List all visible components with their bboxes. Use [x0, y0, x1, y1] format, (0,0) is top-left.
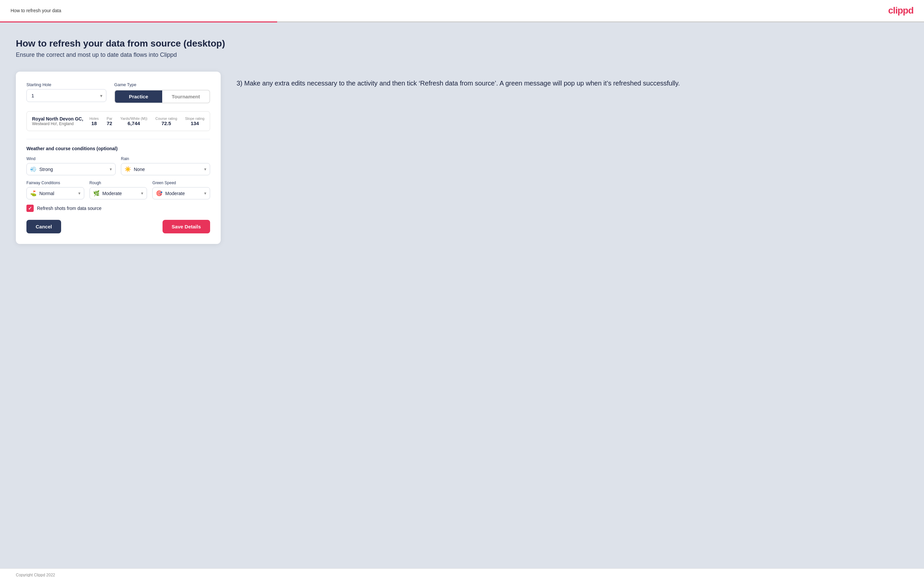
page-subheading: Ensure the correct and most up to date d…	[16, 52, 908, 58]
fairway-row: Fairway Conditions ⛳ Normal ▾ Rough 🌿 Mo…	[26, 181, 210, 199]
course-info-row: Royal North Devon GC, Westward Ho!, Engl…	[26, 111, 210, 131]
section-divider	[26, 139, 210, 139]
course-rating-label: Course rating	[155, 116, 177, 121]
rain-arrow-icon: ▾	[204, 167, 207, 172]
wind-group: Wind 💨 Strong ▾	[26, 156, 116, 175]
par-stat: Par 72	[107, 116, 112, 126]
slope-rating-value: 134	[185, 121, 205, 126]
par-label: Par	[107, 116, 112, 121]
fairway-icon: ⛳	[30, 190, 37, 197]
refresh-label: Refresh shots from data source	[37, 206, 102, 211]
save-button[interactable]: Save Details	[163, 220, 210, 234]
fairway-arrow-icon: ▾	[78, 191, 81, 196]
rain-label: Rain	[121, 156, 210, 161]
rough-group: Rough 🌿 Moderate ▾	[89, 181, 147, 199]
rough-select[interactable]: 🌿 Moderate ▾	[89, 187, 147, 199]
green-speed-arrow-icon: ▾	[204, 191, 207, 196]
green-speed-select[interactable]: 🎯 Moderate ▾	[152, 187, 210, 199]
refresh-checkbox[interactable]: ✓	[26, 205, 34, 212]
starting-hole-label: Starting Hole	[26, 82, 107, 87]
holes-value: 18	[89, 121, 99, 126]
cancel-button[interactable]: Cancel	[26, 220, 61, 234]
checkmark-icon: ✓	[28, 206, 32, 211]
rain-value: None	[134, 167, 198, 172]
rough-arrow-icon: ▾	[141, 191, 144, 196]
copyright-text: Copyright Clippd 2022	[16, 573, 55, 577]
rough-label: Rough	[89, 181, 147, 185]
tournament-button[interactable]: Tournament	[162, 90, 210, 103]
rain-group: Rain ☀️ None ▾	[121, 156, 210, 175]
green-speed-group: Green Speed 🎯 Moderate ▾	[152, 181, 210, 199]
course-location: Westward Ho!, England	[32, 121, 84, 126]
rough-value: Moderate	[102, 191, 135, 196]
game-type-toggle: Practice Tournament	[114, 90, 210, 103]
side-note-text: 3) Make any extra edits necessary to the…	[236, 78, 908, 89]
fairway-value: Normal	[39, 191, 72, 196]
practice-button[interactable]: Practice	[115, 90, 162, 103]
rough-icon: 🌿	[93, 190, 100, 197]
yards-stat: Yards/White (M)) 6,744	[120, 116, 147, 126]
game-type-label: Game Type	[114, 82, 210, 87]
course-stats: Holes 18 Par 72 Yards/White (M)) 6,744 C…	[89, 116, 205, 126]
wind-select[interactable]: 💨 Strong ▾	[26, 163, 116, 175]
form-top-row: Starting Hole 1 ▾ Game Type Practice Tou…	[26, 82, 210, 103]
course-rating-value: 72.5	[155, 121, 177, 126]
header-title: How to refresh your data	[11, 8, 61, 13]
content-row: Starting Hole 1 ▾ Game Type Practice Tou…	[16, 72, 908, 244]
course-rating-stat: Course rating 72.5	[155, 116, 177, 126]
starting-hole-group: Starting Hole 1 ▾	[26, 82, 107, 103]
wind-rain-row: Wind 💨 Strong ▾ Rain ☀️ None ▾	[26, 156, 210, 175]
wind-label: Wind	[26, 156, 116, 161]
yards-value: 6,744	[120, 121, 147, 126]
side-note: 3) Make any extra edits necessary to the…	[236, 72, 908, 89]
wind-arrow-icon: ▾	[110, 167, 112, 172]
starting-hole-select-wrapper[interactable]: 1 ▾	[26, 89, 107, 102]
fairway-select[interactable]: ⛳ Normal ▾	[26, 187, 84, 199]
form-card: Starting Hole 1 ▾ Game Type Practice Tou…	[16, 72, 221, 244]
footer: Copyright Clippd 2022	[0, 569, 924, 577]
slope-rating-stat: Slope rating 134	[185, 116, 205, 126]
wind-icon: 💨	[30, 166, 37, 172]
weather-title: Weather and course conditions (optional)	[26, 146, 210, 151]
green-speed-label: Green Speed	[152, 181, 210, 185]
par-value: 72	[107, 121, 112, 126]
course-name: Royal North Devon GC,	[32, 116, 84, 121]
starting-hole-select[interactable]: 1	[26, 89, 107, 102]
holes-label: Holes	[89, 116, 99, 121]
rain-select[interactable]: ☀️ None ▾	[121, 163, 210, 175]
wind-value: Strong	[39, 167, 103, 172]
form-actions: Cancel Save Details	[26, 220, 210, 234]
header: How to refresh your data clippd	[0, 0, 924, 21]
course-name-block: Royal North Devon GC, Westward Ho!, Engl…	[32, 116, 84, 126]
green-speed-value: Moderate	[165, 191, 198, 196]
yards-label: Yards/White (M))	[120, 116, 147, 121]
main-content: How to refresh your data from source (de…	[0, 23, 924, 569]
green-speed-icon: 🎯	[156, 190, 163, 197]
logo: clippd	[888, 5, 913, 16]
fairway-label: Fairway Conditions	[26, 181, 84, 185]
fairway-group: Fairway Conditions ⛳ Normal ▾	[26, 181, 84, 199]
refresh-checkbox-row: ✓ Refresh shots from data source	[26, 205, 210, 212]
slope-rating-label: Slope rating	[185, 116, 205, 121]
page-heading: How to refresh your data from source (de…	[16, 38, 908, 49]
holes-stat: Holes 18	[89, 116, 99, 126]
game-type-group: Game Type Practice Tournament	[114, 82, 210, 103]
rain-icon: ☀️	[124, 166, 131, 172]
